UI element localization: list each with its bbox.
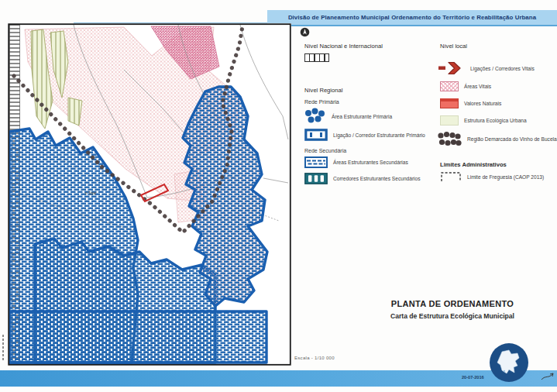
legend-item: Estrutura Ecológica Urbana (440, 115, 527, 126)
corredores-estruturantes-secundarios-icon (304, 173, 328, 184)
legend-heading-admin: Limites Administrativos (440, 161, 507, 168)
ligacao-corredor-estruturante-primario-icon (304, 129, 328, 141)
legend-subheading-rede-secundaria: Rede Secundária (304, 148, 346, 153)
limite-freguesia-icon (440, 170, 462, 183)
legend-item: Região Demarcada do Vinho de Bucelas (437, 130, 557, 147)
national-international-icon (304, 53, 329, 62)
municipal-logo (488, 342, 530, 383)
sheet-title: PLANTA DE ORDENAMENTO (355, 299, 550, 308)
legend-label: Valores Naturais (464, 101, 501, 106)
department-banner: Divisão de Planeamento Municipal Ordenam… (267, 10, 557, 26)
legend-subheading-rede-primaria: Rede Primária (304, 99, 339, 105)
sheet-subtitle: Carta de Estrutura Ecológica Municipal (355, 312, 550, 320)
legend-item: Valores Naturais (440, 98, 501, 108)
legend-label: Corredores Estruturantes Secundários (333, 176, 421, 181)
footer-date: 20-07-2016 (462, 375, 484, 380)
legend-heading-regional: Nível Regional (304, 87, 342, 94)
legend-heading-local: Nível local (440, 43, 467, 50)
legend-label: Área Estruturante Primária (332, 114, 392, 119)
legend-label: Limite de Freguesia (CAOP 2013) (467, 174, 544, 180)
legend-item: Área Estruturante Primária (304, 108, 392, 125)
legend-label: Áreas Vitais (464, 84, 491, 89)
north-arrow-icon (300, 27, 310, 37)
map-canvas: o Tojal (8, 23, 291, 366)
legend-label: Ligações / Corredores Vitais (470, 66, 535, 71)
estrutura-ecologica-urbana-swatch (440, 115, 459, 126)
legend-item: Corredores Estruturantes Secundários (304, 173, 421, 184)
legend-item: Limite de Freguesia (CAOP 2013) (440, 170, 544, 183)
ligacoes-corredores-vitais-icon (438, 60, 465, 76)
legend-label: Estrutura Ecológica Urbana (464, 118, 527, 123)
regiao-demarcada-vinho-bucelas-icon (437, 130, 462, 147)
valores-naturais-swatch (440, 98, 459, 108)
scan-artifact-left-edge (2, 335, 4, 361)
legend-item: Áreas Estruturantes Secundárias (304, 156, 408, 168)
title-block: PLANTA DE ORDENAMENTO Carta de Estrutura… (355, 299, 550, 320)
areas-estruturantes-secundarias-icon (304, 156, 328, 168)
footer-band: 20-07-2016 (0, 370, 557, 387)
legend-label: Região Demarcada do Vinho de Bucelas (467, 136, 557, 142)
legend-item: Ligações / Corredores Vitais (438, 60, 535, 76)
legend-item: Ligação / Corredor Estruturante Primário (304, 129, 425, 141)
legend-item: Áreas Vitais (440, 81, 491, 91)
scale-text: Escala - 1/10 000 (294, 356, 335, 360)
department-banner-title: Divisão de Planeamento Municipal Ordenam… (288, 14, 536, 21)
legend-heading-national: Nível Nacional e Internacional (304, 43, 383, 50)
legend-label: Áreas Estruturantes Secundárias (333, 160, 408, 165)
area-estruturante-primaria-icon (304, 108, 326, 125)
map-place-label: o Tojal (85, 191, 96, 195)
scan-artifact-arrow (541, 369, 556, 387)
areas-vitais-swatch (440, 81, 459, 91)
legend-label: Ligação / Corredor Estruturante Primário (333, 132, 425, 138)
